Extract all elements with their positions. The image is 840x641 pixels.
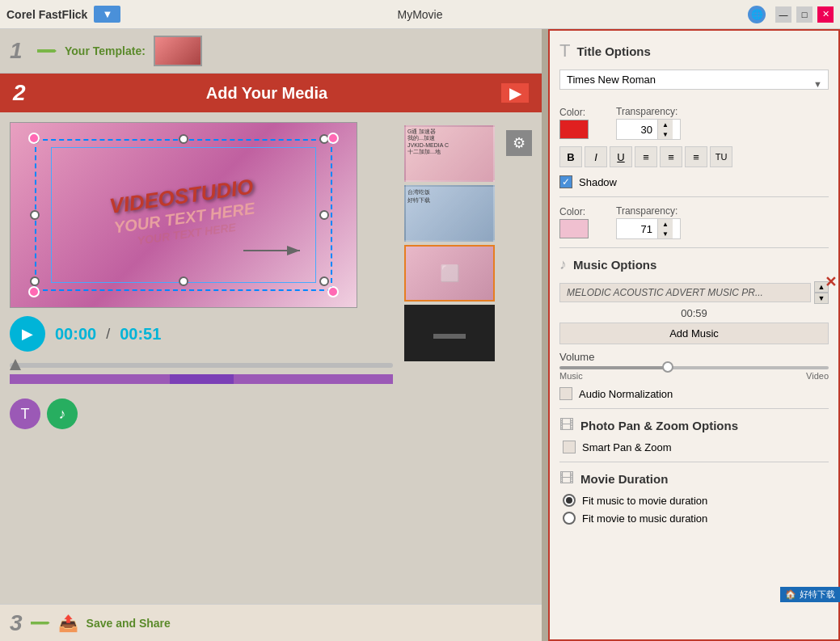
panel-divider[interactable]	[542, 29, 548, 641]
radio-fit-movie-btn[interactable]	[563, 512, 576, 525]
thumbnail-3[interactable]: ⬜	[404, 245, 495, 302]
fit-music-label: Fit music to movie duration	[582, 495, 707, 507]
italic-button[interactable]: I	[585, 146, 607, 167]
handle-ml[interactable]	[30, 210, 40, 220]
music-options-label: Music Options	[573, 258, 656, 272]
underline-button[interactable]: U	[610, 146, 632, 167]
shadow-checkbox[interactable]: ✓	[559, 175, 572, 188]
thumbnail-4[interactable]: ▬▬	[404, 305, 495, 361]
close-x-icon[interactable]: ✕	[825, 273, 837, 291]
pink-dot-tl[interactable]	[28, 133, 40, 144]
globe-icon: 🌐	[748, 6, 766, 23]
video-text-overlay: VIDEOSTUDIO YOUR TEXT HERE YOUR TEXT HER…	[108, 174, 259, 250]
transparency-input[interactable]	[617, 121, 657, 138]
add-music-button[interactable]: Add Music	[559, 323, 829, 344]
volume-thumb[interactable]	[662, 361, 673, 373]
step1-number: 1	[10, 38, 29, 64]
music-track-area: MELODIC ACOUSTIC ADVERT MUSIC PR... ▲ ▼ …	[559, 281, 829, 351]
shadow-color-label: Color:	[559, 206, 592, 217]
seek-track[interactable]	[10, 363, 393, 368]
shadow-transparency-input-wrap: ▲ ▼	[616, 218, 681, 239]
shadow-transparency-up[interactable]: ▲	[658, 219, 673, 229]
thumb-text-1: G通 加速器我的...加速JVKID-MEDIA C十二加加...地	[406, 127, 493, 180]
volume-track[interactable]	[559, 366, 829, 369]
step2-bar: 2 Add Your Media ▶	[0, 74, 542, 112]
shadow-transparency-arrows: ▲ ▼	[657, 219, 673, 238]
music-button[interactable]: ♪	[47, 399, 78, 429]
shadow-divider	[559, 196, 829, 197]
transparency-label: Transparency:	[616, 106, 681, 117]
play-button[interactable]: ▶	[10, 316, 45, 352]
time-separator: /	[106, 326, 110, 343]
align-center-button[interactable]: ≡	[660, 146, 682, 167]
font-select[interactable]: Times New Roman	[559, 70, 829, 90]
title-button[interactable]: T	[10, 399, 40, 429]
thumbnail-2[interactable]: 台湾吃饭好特下载	[404, 185, 495, 242]
playback-controls: ▶ 00:00 / 00:51	[10, 313, 393, 355]
music-track-down[interactable]: ▼	[814, 293, 829, 304]
handle-mr[interactable]	[319, 210, 329, 220]
pink-dot-tr[interactable]	[327, 133, 339, 144]
current-time: 00:00	[55, 325, 96, 344]
audio-norm-label: Audio Normalization	[579, 388, 673, 400]
step1-bar: 1 Your Template:	[0, 29, 542, 74]
thumbnail-1[interactable]: G通 加速器我的...加速JVKID-MEDIA C十二加加...地	[404, 125, 495, 182]
radio-fit-music-btn[interactable]	[563, 494, 576, 507]
pink-dot-bl[interactable]	[28, 286, 40, 297]
total-time: 00:51	[120, 325, 161, 344]
handle-tm[interactable]	[179, 134, 188, 144]
shadow-transparency-label: Transparency:	[616, 205, 681, 217]
movie-title: MyMovie	[397, 8, 442, 21]
volume-music-label: Music	[559, 371, 583, 381]
segment-bar[interactable]	[10, 374, 393, 384]
align-right-button[interactable]: ≡	[685, 146, 707, 167]
pink-dot-br[interactable]	[327, 286, 339, 297]
watermark-icon: 🏠	[785, 589, 796, 600]
step2-next-button[interactable]: ▶	[501, 83, 529, 103]
music-options-icon: ♪	[559, 256, 567, 273]
font-select-wrap: Times New Roman	[559, 70, 829, 98]
color-swatch[interactable]	[559, 120, 589, 139]
left-panel: 1 Your Template: 2 Add Your Media ▶	[0, 29, 542, 641]
bottom-buttons: T ♪	[10, 399, 393, 429]
handle-br[interactable]	[319, 276, 329, 286]
transparency-up[interactable]: ▲	[658, 120, 673, 129]
arrow-indicator	[243, 242, 308, 259]
pan-zoom-label: Photo Pan & Zoom Options	[580, 419, 738, 432]
bold-button[interactable]: B	[559, 146, 582, 167]
align-left-button[interactable]: ≡	[635, 146, 657, 167]
minimize-button[interactable]: —	[775, 6, 791, 23]
video-canvas[interactable]: VIDEOSTUDIO YOUR TEXT HERE YOUR TEXT HER…	[10, 122, 357, 308]
shadow-label: Shadow	[579, 176, 617, 188]
main-layout: 1 Your Template: 2 Add Your Media ▶	[0, 29, 840, 641]
smart-pan-label: Smart Pan & Zoom	[582, 441, 672, 453]
volume-area: Volume Music Video	[559, 351, 829, 381]
handle-bl[interactable]	[30, 276, 40, 286]
volume-video-label: Video	[806, 371, 829, 381]
template-thumbnail[interactable]	[154, 36, 202, 66]
smart-pan-row: Smart Pan & Zoom	[559, 441, 829, 453]
transparency-down[interactable]: ▼	[658, 129, 673, 139]
text-style-button[interactable]: TU	[710, 146, 732, 167]
audio-norm-checkbox[interactable]	[559, 387, 572, 400]
shadow-color-swatch[interactable]	[559, 219, 589, 238]
progress-area	[10, 360, 393, 390]
watermark: 🏠 好特下载	[780, 587, 840, 602]
title-icon: T	[21, 406, 30, 423]
handle-bm[interactable]	[179, 276, 188, 286]
maximize-button[interactable]: □	[796, 6, 813, 23]
smart-pan-checkbox[interactable]	[563, 441, 576, 453]
step2-number: 2	[13, 80, 32, 106]
shadow-transparency-input[interactable]	[617, 221, 657, 238]
gear-button[interactable]: ⚙	[506, 130, 532, 156]
dropdown-button[interactable]: ▼	[94, 6, 120, 23]
shadow-transparency-down[interactable]: ▼	[658, 229, 673, 238]
seek-thumb[interactable]	[10, 359, 21, 370]
pan-zoom-header: 🎞 Photo Pan & Zoom Options	[559, 417, 829, 434]
movie-duration-icon: 🎞	[559, 470, 574, 487]
close-button[interactable]: ✕	[817, 6, 834, 23]
title-bar: Corel FastFlick ▼ MyMovie 🌐 — □ ✕	[0, 0, 840, 29]
step3-arrow	[31, 622, 50, 625]
section-divider-3	[559, 462, 829, 462]
segment-2	[170, 374, 234, 384]
